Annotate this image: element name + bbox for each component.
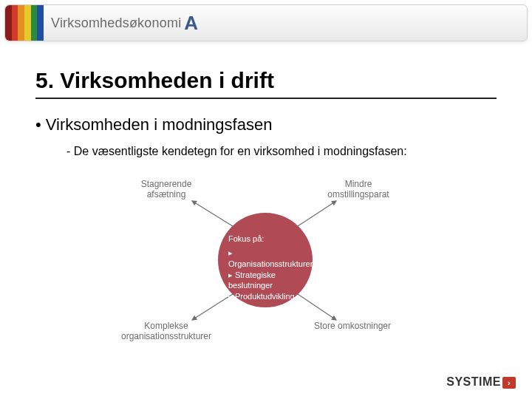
systime-text: SYSTIME› xyxy=(446,375,516,388)
diagram-circle: Fokus på: Organisationsstrukturer Strate… xyxy=(218,213,313,307)
brand-stripes xyxy=(5,5,44,41)
svg-line-1 xyxy=(296,201,336,228)
circle-item: Strategiske beslutninger xyxy=(228,270,302,292)
circle-item: Organisationsstrukturer xyxy=(228,248,302,270)
header-bar: Virksomhedsøkonomi A xyxy=(4,4,528,41)
bullet-main: • Virksomheden i modningsfasen xyxy=(35,115,497,134)
svg-line-0 xyxy=(192,201,235,228)
brand: Virksomhedsøkonomi A xyxy=(44,5,198,41)
subline: - De væsentligste kendetegn for en virks… xyxy=(66,145,497,158)
footer-logo: SYSTIME› xyxy=(446,375,516,389)
circle-title: Fokus på: xyxy=(228,233,302,245)
diagram-label-tr: Mindreomstillingsparat xyxy=(303,179,414,200)
page-title: 5. Virksomheden i drift xyxy=(35,68,497,99)
circle-item: Produktudvikling xyxy=(228,291,302,302)
diagram-label-bl: Komplekseorganisationsstrukturer xyxy=(111,321,222,342)
brand-letter: A xyxy=(184,12,198,35)
arrow-icon: › xyxy=(502,377,516,389)
slide-content: 5. Virksomheden i drift • Virksomheden i… xyxy=(0,41,532,353)
diagram: Stagnerendeafsætning Mindreomstillingspa… xyxy=(111,168,421,353)
diagram-label-tl: Stagnerendeafsætning xyxy=(111,179,222,200)
diagram-label-br: Store omkostninger xyxy=(297,321,408,331)
brand-text: Virksomhedsøkonomi xyxy=(51,16,181,31)
